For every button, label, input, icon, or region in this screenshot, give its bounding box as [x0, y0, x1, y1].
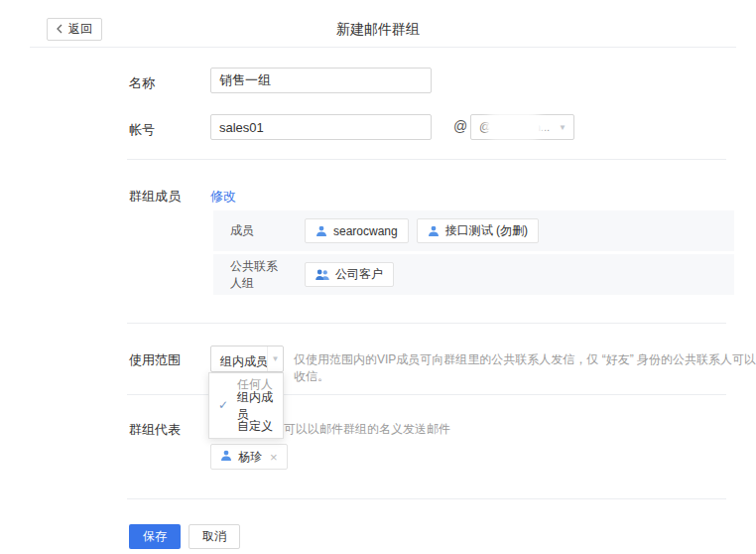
person-icon	[428, 225, 440, 237]
group-icon	[315, 269, 329, 281]
contact-group-row: 公共联系人组 公司客户	[213, 254, 734, 295]
at-symbol: @	[453, 118, 467, 134]
name-input[interactable]	[210, 68, 432, 93]
members-row-label: 成员	[230, 222, 288, 239]
domain-select[interactable]: @ n... ▼	[470, 114, 574, 140]
scope-selected-value: 组内成员	[220, 353, 268, 370]
save-button[interactable]: 保存	[129, 524, 181, 549]
representative-hint-text: 可以以邮件群组的名义发送邮件	[284, 421, 450, 438]
person-icon	[315, 225, 327, 237]
representative-tag[interactable]: 杨珍 ×	[210, 444, 288, 470]
check-icon: ✓	[218, 398, 228, 412]
chevron-down-icon: ▼	[267, 346, 283, 371]
representative-label: 群组代表	[129, 421, 181, 439]
members-section-label: 群组成员	[129, 188, 181, 206]
scope-label: 使用范围	[129, 351, 181, 369]
account-label: 帐号	[129, 121, 155, 139]
representative-tag-label: 杨珍	[238, 449, 262, 466]
create-mail-group-page: 返回 新建邮件群组 名称 帐号 @ @ n... ▼ 群组成员 修改 成员 se…	[0, 0, 756, 554]
section-divider	[127, 159, 726, 160]
scope-option-custom[interactable]: 自定义	[209, 416, 283, 437]
contact-group-tag[interactable]: 公司客户	[305, 262, 394, 287]
member-tag-label: 接口测试 (勿删)	[445, 222, 528, 239]
scope-hint-text: 仅使用范围内的VIP成员可向群组里的公共联系人发信，仅 “好友” 身份的公共联系…	[294, 351, 756, 385]
person-icon	[220, 450, 232, 465]
section-divider	[127, 323, 726, 324]
cancel-button[interactable]: 取消	[189, 524, 240, 549]
modify-members-link[interactable]: 修改	[210, 188, 236, 206]
header-divider	[30, 47, 736, 48]
account-input[interactable]	[210, 114, 432, 140]
section-divider	[127, 498, 726, 499]
redaction-blur	[489, 117, 539, 135]
member-tag[interactable]: 接口测试 (勿删)	[417, 218, 539, 243]
member-tag[interactable]: searocwang	[305, 218, 409, 243]
scope-option-group-members[interactable]: ✓ 组内成员	[209, 395, 283, 416]
remove-icon[interactable]: ×	[270, 450, 278, 465]
member-tag-label: searocwang	[333, 224, 398, 238]
name-label: 名称	[129, 74, 155, 92]
page-title: 新建邮件群组	[0, 21, 756, 39]
scope-select[interactable]: 组内成员 ▼	[210, 346, 284, 372]
contact-group-tag-label: 公司客户	[335, 266, 383, 283]
chevron-down-icon: ▼	[559, 123, 567, 132]
scope-dropdown-menu: 任何人 ✓ 组内成员 自定义	[208, 372, 284, 439]
scope-option-label: 自定义	[237, 418, 273, 435]
members-row: 成员 searocwang 接口测试 (勿删)	[213, 210, 734, 251]
contact-group-row-label: 公共联系人组	[230, 258, 288, 292]
